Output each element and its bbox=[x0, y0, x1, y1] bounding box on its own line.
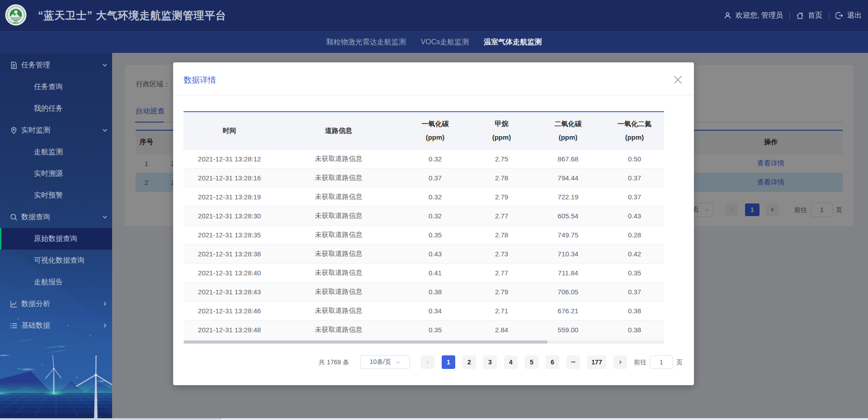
nav-tab[interactable]: 颗粒物激光雷达走航监测 bbox=[326, 38, 406, 47]
sidebar-item-实时预警[interactable]: 实时预警 bbox=[0, 184, 112, 206]
modal-column-header: 一氧化二氮(ppm) bbox=[601, 112, 664, 149]
sidebar-item-数据查询[interactable]: 数据查询 bbox=[0, 206, 112, 228]
sidebar-item-原始数据查询[interactable]: 原始数据查询 bbox=[0, 228, 112, 250]
modal-table-row: 2021-12-31 13:28:35未获取道路信息0.352.78749.75… bbox=[184, 226, 664, 245]
sidebar: 任务管理任务查询我的任务实时监测走航监测实时溯源实时预警数据查询原始数据查询可视… bbox=[0, 53, 112, 420]
modal-page-size-select[interactable]: 10条/页 bbox=[360, 355, 410, 369]
home-label: 首页 bbox=[808, 11, 822, 20]
sidebar-item-可视化数据查询[interactable]: 可视化数据查询 bbox=[0, 250, 112, 271]
modal-table-cell: 2021-12-31 13:28:48 bbox=[184, 326, 275, 334]
user-menu[interactable]: 欢迎您, 管理员 bbox=[724, 11, 783, 20]
modal-table-cell: 0.38 bbox=[601, 307, 664, 315]
modal-table-cell: 未获取道路信息 bbox=[275, 155, 402, 163]
modal-table-cell: 0.37 bbox=[601, 193, 664, 201]
user-icon bbox=[724, 12, 731, 19]
chevron-right-icon bbox=[102, 323, 108, 328]
modal-table-cell: 2.77 bbox=[468, 269, 535, 277]
data-details-modal: 数据详情 时间道路信息一氧化碳(ppm)甲烷(ppm)二氧化碳(ppm)一氧化二… bbox=[173, 62, 694, 385]
modal-page-button-3[interactable]: 3 bbox=[483, 355, 497, 369]
logout-button[interactable]: 退出 bbox=[835, 11, 862, 20]
sidebar-item-label: 基础数据 bbox=[21, 321, 50, 330]
modal-table-cell: 2021-12-31 13:28:19 bbox=[184, 193, 275, 201]
modal-table-cell: 0.32 bbox=[402, 155, 468, 163]
modal-table-row: 2021-12-31 13:28:30未获取道路信息0.322.77605.54… bbox=[184, 207, 664, 226]
list-icon bbox=[10, 322, 18, 330]
home-button[interactable]: 首页 bbox=[796, 11, 822, 20]
nav-tab[interactable]: 温室气体走航监测 bbox=[484, 38, 542, 47]
module-nav: 颗粒物激光雷达走航监测VOCs走航监测温室气体走航监测 bbox=[0, 31, 868, 53]
sidebar-item-label: 实时溯源 bbox=[34, 169, 63, 179]
modal-table-cell: 未获取道路信息 bbox=[275, 250, 402, 258]
chevron-down-icon bbox=[102, 214, 108, 220]
sidebar-item-数据分析[interactable]: 数据分析 bbox=[0, 293, 112, 315]
modal-table-cell: 未获取道路信息 bbox=[275, 174, 402, 182]
modal-page-button-1[interactable]: 1 bbox=[442, 355, 455, 369]
modal-table-cell: 2.78 bbox=[468, 231, 535, 239]
horizontal-scrollbar[interactable] bbox=[184, 340, 664, 344]
modal-table-cell: 0.38 bbox=[601, 326, 664, 334]
sidebar-item-我的任务[interactable]: 我的任务 bbox=[0, 98, 112, 119]
modal-table-cell: 0.34 bbox=[402, 307, 468, 315]
modal-table-cell: 706.05 bbox=[535, 288, 601, 296]
modal-page-button-2[interactable]: 2 bbox=[462, 355, 476, 369]
close-icon[interactable] bbox=[674, 76, 682, 84]
modal-table-cell: 2021-12-31 13:28:40 bbox=[184, 269, 275, 277]
modal-table-cell: 0.38 bbox=[402, 288, 468, 296]
page-scrollbar-thumb[interactable] bbox=[0, 418, 222, 420]
sidebar-item-任务查询[interactable]: 任务查询 bbox=[0, 76, 112, 98]
sidebar-item-label: 数据分析 bbox=[21, 299, 50, 309]
sidebar-item-走航报告[interactable]: 走航报告 bbox=[0, 271, 112, 293]
sidebar-item-label: 走航报告 bbox=[34, 278, 63, 287]
sidebar-item-label: 走航监测 bbox=[34, 147, 63, 157]
modal-table-cell: 722.19 bbox=[535, 193, 601, 201]
sidebar-item-基础数据[interactable]: 基础数据 bbox=[0, 315, 112, 336]
pin-icon bbox=[10, 127, 18, 134]
modal-table-cell: 2021-12-31 13:28:38 bbox=[184, 250, 275, 258]
chart-icon bbox=[10, 300, 18, 308]
modal-goto-input[interactable] bbox=[650, 355, 673, 369]
modal-more-pages-button[interactable]: ••• bbox=[566, 355, 580, 369]
page-horizontal-scrollbar[interactable] bbox=[0, 418, 868, 420]
sidebar-item-实时监测[interactable]: 实时监测 bbox=[0, 119, 112, 141]
sidebar-item-实时溯源[interactable]: 实时溯源 bbox=[0, 163, 112, 184]
sidebar-item-label: 可视化数据查询 bbox=[34, 256, 85, 265]
modal-next-page-button[interactable] bbox=[613, 355, 627, 369]
modal-page-button-5[interactable]: 5 bbox=[525, 355, 538, 369]
sidebar-item-label: 我的任务 bbox=[34, 104, 63, 113]
modal-table-cell: 0.37 bbox=[601, 174, 664, 182]
sidebar-item-任务管理[interactable]: 任务管理 bbox=[0, 54, 112, 76]
header-separator bbox=[829, 12, 829, 19]
chevron-down-icon bbox=[102, 127, 108, 133]
modal-table-row: 2021-12-31 13:28:16未获取道路信息0.372.78794.44… bbox=[184, 169, 664, 188]
modal-page-button-6[interactable]: 6 bbox=[546, 355, 559, 369]
modal-table-cell: 2.71 bbox=[468, 307, 535, 315]
modal-table-body: 2021-12-31 13:28:12未获取道路信息0.322.75867.68… bbox=[184, 150, 664, 340]
modal-table-cell: 未获取道路信息 bbox=[275, 307, 402, 315]
mee-logo: MEE bbox=[5, 4, 27, 26]
sidebar-item-label: 任务查询 bbox=[34, 82, 63, 92]
modal-table-row: 2021-12-31 13:28:12未获取道路信息0.322.75867.68… bbox=[184, 150, 664, 169]
nav-tab[interactable]: VOCs走航监测 bbox=[421, 38, 469, 47]
modal-table-cell: 2.75 bbox=[468, 155, 535, 163]
modal-title: 数据详情 bbox=[184, 75, 216, 85]
home-icon bbox=[796, 12, 804, 19]
modal-page-button-4[interactable]: 4 bbox=[504, 355, 518, 369]
sidebar-item-走航监测[interactable]: 走航监测 bbox=[0, 141, 112, 163]
modal-table-cell: 未获取道路信息 bbox=[275, 288, 402, 296]
modal-table-row: 2021-12-31 13:28:48未获取道路信息0.352.84559.00… bbox=[184, 321, 664, 340]
modal-table-cell: 2021-12-31 13:28:12 bbox=[184, 155, 275, 163]
modal-table-cell: 0.42 bbox=[601, 250, 664, 258]
modal-prev-page-button[interactable] bbox=[421, 355, 434, 369]
document-icon bbox=[10, 61, 18, 69]
modal-table-cell: 0.35 bbox=[402, 231, 468, 239]
scrollbar-thumb[interactable] bbox=[184, 340, 547, 344]
modal-table-cell: 0.35 bbox=[402, 326, 468, 334]
sidebar-item-label: 原始数据查询 bbox=[34, 234, 77, 244]
modal-table-cell: 867.68 bbox=[535, 155, 601, 163]
modal-table-cell: 0.32 bbox=[402, 193, 468, 201]
modal-page-button-177[interactable]: 177 bbox=[587, 355, 606, 369]
modal-table-row: 2021-12-31 13:28:19未获取道路信息0.322.79722.19… bbox=[184, 188, 664, 207]
modal-table-cell: 2.84 bbox=[468, 326, 535, 334]
modal-table-cell: 0.37 bbox=[402, 174, 468, 182]
modal-table-cell: 711.84 bbox=[535, 269, 601, 277]
